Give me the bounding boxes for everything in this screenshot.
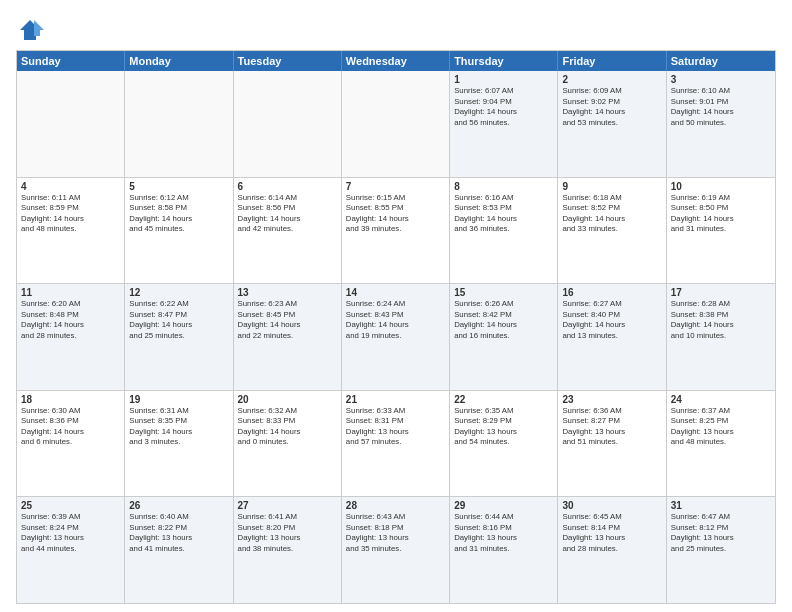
day-cell-31: 31Sunrise: 6:47 AM Sunset: 8:12 PM Dayli… xyxy=(667,497,775,603)
cell-info: Sunrise: 6:14 AM Sunset: 8:56 PM Dayligh… xyxy=(238,193,337,235)
calendar-row-4: 25Sunrise: 6:39 AM Sunset: 8:24 PM Dayli… xyxy=(17,496,775,603)
empty-cell-0-0 xyxy=(17,71,125,177)
day-cell-26: 26Sunrise: 6:40 AM Sunset: 8:22 PM Dayli… xyxy=(125,497,233,603)
day-number: 15 xyxy=(454,287,553,298)
day-cell-15: 15Sunrise: 6:26 AM Sunset: 8:42 PM Dayli… xyxy=(450,284,558,390)
day-number: 19 xyxy=(129,394,228,405)
empty-cell-0-3 xyxy=(342,71,450,177)
day-number: 7 xyxy=(346,181,445,192)
cell-info: Sunrise: 6:44 AM Sunset: 8:16 PM Dayligh… xyxy=(454,512,553,554)
day-number: 26 xyxy=(129,500,228,511)
calendar-header: SundayMondayTuesdayWednesdayThursdayFrid… xyxy=(17,51,775,71)
cell-info: Sunrise: 6:47 AM Sunset: 8:12 PM Dayligh… xyxy=(671,512,771,554)
cell-info: Sunrise: 6:16 AM Sunset: 8:53 PM Dayligh… xyxy=(454,193,553,235)
cell-info: Sunrise: 6:15 AM Sunset: 8:55 PM Dayligh… xyxy=(346,193,445,235)
day-cell-25: 25Sunrise: 6:39 AM Sunset: 8:24 PM Dayli… xyxy=(17,497,125,603)
cell-info: Sunrise: 6:33 AM Sunset: 8:31 PM Dayligh… xyxy=(346,406,445,448)
cell-info: Sunrise: 6:23 AM Sunset: 8:45 PM Dayligh… xyxy=(238,299,337,341)
day-cell-11: 11Sunrise: 6:20 AM Sunset: 8:48 PM Dayli… xyxy=(17,284,125,390)
cell-info: Sunrise: 6:39 AM Sunset: 8:24 PM Dayligh… xyxy=(21,512,120,554)
header-day-sunday: Sunday xyxy=(17,51,125,71)
day-number: 11 xyxy=(21,287,120,298)
day-cell-30: 30Sunrise: 6:45 AM Sunset: 8:14 PM Dayli… xyxy=(558,497,666,603)
cell-info: Sunrise: 6:22 AM Sunset: 8:47 PM Dayligh… xyxy=(129,299,228,341)
day-number: 9 xyxy=(562,181,661,192)
day-number: 21 xyxy=(346,394,445,405)
day-number: 22 xyxy=(454,394,553,405)
day-cell-17: 17Sunrise: 6:28 AM Sunset: 8:38 PM Dayli… xyxy=(667,284,775,390)
day-number: 24 xyxy=(671,394,771,405)
day-cell-4: 4Sunrise: 6:11 AM Sunset: 8:59 PM Daylig… xyxy=(17,178,125,284)
day-number: 28 xyxy=(346,500,445,511)
calendar-body: 1Sunrise: 6:07 AM Sunset: 9:04 PM Daylig… xyxy=(17,71,775,603)
day-number: 23 xyxy=(562,394,661,405)
day-number: 25 xyxy=(21,500,120,511)
header-day-monday: Monday xyxy=(125,51,233,71)
calendar-row-2: 11Sunrise: 6:20 AM Sunset: 8:48 PM Dayli… xyxy=(17,283,775,390)
cell-info: Sunrise: 6:40 AM Sunset: 8:22 PM Dayligh… xyxy=(129,512,228,554)
calendar-row-1: 4Sunrise: 6:11 AM Sunset: 8:59 PM Daylig… xyxy=(17,177,775,284)
day-number: 14 xyxy=(346,287,445,298)
cell-info: Sunrise: 6:12 AM Sunset: 8:58 PM Dayligh… xyxy=(129,193,228,235)
calendar: SundayMondayTuesdayWednesdayThursdayFrid… xyxy=(16,50,776,604)
day-number: 5 xyxy=(129,181,228,192)
day-cell-8: 8Sunrise: 6:16 AM Sunset: 8:53 PM Daylig… xyxy=(450,178,558,284)
header xyxy=(16,12,776,44)
day-number: 29 xyxy=(454,500,553,511)
day-number: 31 xyxy=(671,500,771,511)
day-cell-27: 27Sunrise: 6:41 AM Sunset: 8:20 PM Dayli… xyxy=(234,497,342,603)
day-number: 1 xyxy=(454,74,553,85)
day-cell-23: 23Sunrise: 6:36 AM Sunset: 8:27 PM Dayli… xyxy=(558,391,666,497)
day-number: 13 xyxy=(238,287,337,298)
cell-info: Sunrise: 6:20 AM Sunset: 8:48 PM Dayligh… xyxy=(21,299,120,341)
cell-info: Sunrise: 6:09 AM Sunset: 9:02 PM Dayligh… xyxy=(562,86,661,128)
day-number: 2 xyxy=(562,74,661,85)
day-cell-2: 2Sunrise: 6:09 AM Sunset: 9:02 PM Daylig… xyxy=(558,71,666,177)
day-number: 30 xyxy=(562,500,661,511)
cell-info: Sunrise: 6:30 AM Sunset: 8:36 PM Dayligh… xyxy=(21,406,120,448)
day-cell-14: 14Sunrise: 6:24 AM Sunset: 8:43 PM Dayli… xyxy=(342,284,450,390)
header-day-saturday: Saturday xyxy=(667,51,775,71)
cell-info: Sunrise: 6:10 AM Sunset: 9:01 PM Dayligh… xyxy=(671,86,771,128)
empty-cell-0-1 xyxy=(125,71,233,177)
svg-marker-1 xyxy=(34,20,44,36)
day-number: 6 xyxy=(238,181,337,192)
day-cell-3: 3Sunrise: 6:10 AM Sunset: 9:01 PM Daylig… xyxy=(667,71,775,177)
cell-info: Sunrise: 6:43 AM Sunset: 8:18 PM Dayligh… xyxy=(346,512,445,554)
cell-info: Sunrise: 6:27 AM Sunset: 8:40 PM Dayligh… xyxy=(562,299,661,341)
cell-info: Sunrise: 6:35 AM Sunset: 8:29 PM Dayligh… xyxy=(454,406,553,448)
day-number: 3 xyxy=(671,74,771,85)
cell-info: Sunrise: 6:41 AM Sunset: 8:20 PM Dayligh… xyxy=(238,512,337,554)
day-cell-28: 28Sunrise: 6:43 AM Sunset: 8:18 PM Dayli… xyxy=(342,497,450,603)
cell-info: Sunrise: 6:45 AM Sunset: 8:14 PM Dayligh… xyxy=(562,512,661,554)
day-cell-7: 7Sunrise: 6:15 AM Sunset: 8:55 PM Daylig… xyxy=(342,178,450,284)
cell-info: Sunrise: 6:07 AM Sunset: 9:04 PM Dayligh… xyxy=(454,86,553,128)
cell-info: Sunrise: 6:11 AM Sunset: 8:59 PM Dayligh… xyxy=(21,193,120,235)
cell-info: Sunrise: 6:19 AM Sunset: 8:50 PM Dayligh… xyxy=(671,193,771,235)
cell-info: Sunrise: 6:37 AM Sunset: 8:25 PM Dayligh… xyxy=(671,406,771,448)
day-cell-12: 12Sunrise: 6:22 AM Sunset: 8:47 PM Dayli… xyxy=(125,284,233,390)
day-cell-6: 6Sunrise: 6:14 AM Sunset: 8:56 PM Daylig… xyxy=(234,178,342,284)
day-number: 18 xyxy=(21,394,120,405)
day-cell-1: 1Sunrise: 6:07 AM Sunset: 9:04 PM Daylig… xyxy=(450,71,558,177)
cell-info: Sunrise: 6:24 AM Sunset: 8:43 PM Dayligh… xyxy=(346,299,445,341)
day-cell-29: 29Sunrise: 6:44 AM Sunset: 8:16 PM Dayli… xyxy=(450,497,558,603)
day-cell-18: 18Sunrise: 6:30 AM Sunset: 8:36 PM Dayli… xyxy=(17,391,125,497)
day-cell-9: 9Sunrise: 6:18 AM Sunset: 8:52 PM Daylig… xyxy=(558,178,666,284)
day-cell-21: 21Sunrise: 6:33 AM Sunset: 8:31 PM Dayli… xyxy=(342,391,450,497)
header-day-friday: Friday xyxy=(558,51,666,71)
day-number: 12 xyxy=(129,287,228,298)
calendar-row-3: 18Sunrise: 6:30 AM Sunset: 8:36 PM Dayli… xyxy=(17,390,775,497)
day-cell-16: 16Sunrise: 6:27 AM Sunset: 8:40 PM Dayli… xyxy=(558,284,666,390)
logo-icon xyxy=(16,16,44,44)
day-cell-20: 20Sunrise: 6:32 AM Sunset: 8:33 PM Dayli… xyxy=(234,391,342,497)
day-number: 8 xyxy=(454,181,553,192)
day-number: 10 xyxy=(671,181,771,192)
day-cell-13: 13Sunrise: 6:23 AM Sunset: 8:45 PM Dayli… xyxy=(234,284,342,390)
header-day-wednesday: Wednesday xyxy=(342,51,450,71)
logo xyxy=(16,16,48,44)
day-number: 16 xyxy=(562,287,661,298)
header-day-tuesday: Tuesday xyxy=(234,51,342,71)
day-cell-10: 10Sunrise: 6:19 AM Sunset: 8:50 PM Dayli… xyxy=(667,178,775,284)
empty-cell-0-2 xyxy=(234,71,342,177)
